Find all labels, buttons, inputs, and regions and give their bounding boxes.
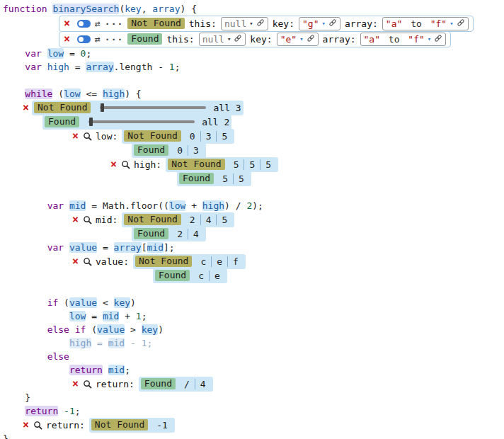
- probe-row: Found03: [132, 143, 504, 157]
- example-toggle[interactable]: [77, 20, 91, 28]
- magnifier-icon[interactable]: [83, 257, 92, 266]
- link-icon[interactable]: [307, 34, 315, 45]
- array-dropdown[interactable]: "a" to "f"▾: [360, 33, 447, 46]
- code-token: high: [103, 89, 125, 99]
- probe-label: low:: [96, 131, 118, 142]
- this-dropdown[interactable]: null▾: [199, 33, 246, 46]
- more-options-button[interactable]: ···: [105, 35, 123, 44]
- remove-probe-button[interactable]: ×: [110, 159, 117, 170]
- probe-values: Not Found245: [122, 212, 234, 227]
- remove-probe-button[interactable]: ×: [72, 379, 79, 389]
- probe-value: -1: [151, 420, 173, 431]
- remove-probe-button[interactable]: ×: [72, 131, 79, 142]
- param-label: key:: [250, 34, 272, 45]
- chevron-down-icon: ▾: [227, 35, 231, 42]
- remove-probe-button[interactable]: ×: [72, 215, 79, 225]
- code-token: 1: [136, 311, 142, 321]
- chevron-down-icon: ▾: [321, 20, 325, 27]
- iteration-slider[interactable]: [88, 120, 195, 123]
- code-line: high = mid - 1;: [3, 336, 504, 350]
- slider-thumb[interactable]: [101, 103, 104, 112]
- magnifier-icon[interactable]: [83, 132, 92, 141]
- link-icon[interactable]: [234, 34, 242, 45]
- magnifier-icon[interactable]: [121, 160, 130, 169]
- example-name-badge[interactable]: Not Found: [127, 18, 184, 29]
- probe-value: 5: [229, 159, 244, 170]
- code-token: low: [47, 48, 64, 59]
- toggle-knob: [79, 21, 84, 26]
- example-badge: Not Found: [168, 159, 224, 170]
- probe-value: 2: [172, 229, 188, 239]
- link-icon[interactable]: [328, 18, 337, 29]
- code-line: var mid = Math.floor((low + high) / 2);: [3, 199, 504, 212]
- probe-value: 5: [244, 159, 260, 170]
- key-dropdown[interactable]: "e"▾: [277, 33, 319, 46]
- loop-box: Foundall 2: [42, 115, 231, 130]
- code-line: var high = array.length - 1;: [3, 60, 504, 74]
- probe-value: f: [227, 256, 244, 267]
- magnifier-icon[interactable]: [83, 380, 92, 389]
- code-line: function binarySearch(key, array) {: [3, 2, 504, 16]
- trace-arrows-icon[interactable]: ⇄: [95, 35, 101, 44]
- code-token: [69, 324, 75, 335]
- probe-values: Not Foundcef: [133, 254, 246, 269]
- this-dropdown[interactable]: null▾: [221, 17, 268, 30]
- key-dropdown[interactable]: "g"▾: [299, 17, 340, 30]
- code-token: [3, 311, 69, 321]
- code-token: var: [47, 200, 64, 211]
- chevron-down-icon: ▾: [299, 35, 303, 42]
- example-name-badge[interactable]: Found: [127, 33, 162, 45]
- code-token: key: [114, 297, 130, 308]
- remove-example-button[interactable]: ×: [64, 34, 70, 45]
- remove-example-button[interactable]: ×: [64, 18, 70, 29]
- code-token: return: [69, 365, 103, 375]
- code-token: ): [130, 297, 136, 308]
- dropdown-value: to: [405, 18, 427, 29]
- link-icon[interactable]: [457, 18, 465, 29]
- code-token: }: [3, 392, 30, 403]
- link-icon[interactable]: [256, 18, 265, 29]
- example-badge: Not Found: [124, 130, 181, 142]
- code-token: [3, 338, 69, 348]
- array-dropdown[interactable]: "a" to "f"▾: [382, 17, 469, 30]
- remove-loop-probe-button[interactable]: ×: [23, 103, 29, 113]
- code-line: var low = 0;: [3, 47, 504, 60]
- probe-value: c: [193, 270, 209, 281]
- code-token: [58, 406, 64, 416]
- code-token: ;: [75, 406, 81, 416]
- code-token: low: [169, 200, 185, 211]
- slider-label: all 3: [213, 103, 241, 113]
- probe-row: ×return:Found/4: [72, 377, 504, 391]
- remove-probe-button[interactable]: ×: [23, 420, 29, 431]
- code-token: ;: [125, 365, 130, 375]
- link-icon[interactable]: [434, 34, 442, 45]
- code-token: mid: [103, 311, 119, 321]
- slider-label: all 2: [202, 117, 229, 127]
- iteration-slider[interactable]: [100, 106, 206, 109]
- chevron-down-icon: ▾: [428, 35, 431, 42]
- code-token: low: [69, 311, 86, 321]
- example-badge: Not Found: [91, 419, 148, 431]
- probe-value: 3: [200, 131, 217, 142]
- code-token: ): [158, 324, 164, 335]
- param-label: array:: [323, 34, 356, 45]
- code-token: var: [25, 62, 41, 72]
- magnifier-icon[interactable]: [83, 215, 92, 224]
- blank-line: [3, 74, 504, 87]
- remove-probe-button[interactable]: ×: [72, 256, 79, 267]
- dropdown-value: "f": [430, 18, 447, 29]
- trace-arrows-icon[interactable]: ⇄: [95, 19, 101, 28]
- param-label: key:: [273, 18, 294, 29]
- example-toggle[interactable]: [77, 35, 91, 43]
- probe-row: ×mid:Not Found245: [72, 212, 504, 227]
- code-token: key: [142, 324, 158, 335]
- code-token: value: [69, 297, 97, 308]
- magnifier-icon[interactable]: [33, 421, 42, 430]
- code-token: =: [86, 311, 102, 321]
- dropdown-value: "e": [280, 34, 297, 45]
- example-box: ×⇄···Foundthis:null▾key:"e"▾array:"a" to…: [59, 31, 451, 47]
- probe-values: Not Found555: [166, 157, 278, 172]
- slider-thumb[interactable]: [89, 118, 93, 126]
- code-token: [64, 200, 69, 211]
- more-options-button[interactable]: ···: [105, 19, 123, 28]
